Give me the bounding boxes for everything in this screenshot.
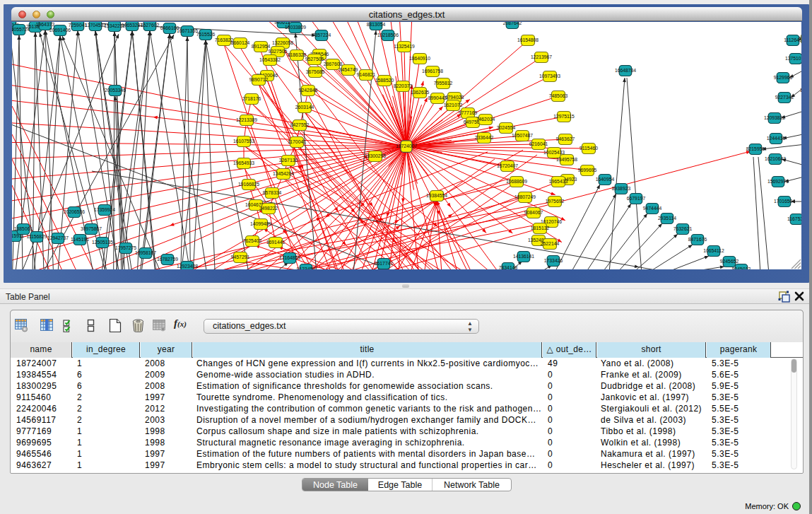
svg-text:1362635: 1362635 <box>411 90 430 95</box>
svg-text:7834148: 7834148 <box>499 265 518 269</box>
svg-text:9617741: 9617741 <box>375 261 394 266</box>
svg-text:10653287: 10653287 <box>122 23 143 28</box>
svg-text:13226058: 13226058 <box>272 40 293 45</box>
svg-text:16033809: 16033809 <box>285 25 306 30</box>
svg-text:8813054: 8813054 <box>367 22 386 27</box>
svg-text:8186328: 8186328 <box>288 52 307 57</box>
svg-text:9123450: 9123450 <box>297 267 316 269</box>
svg-text:12942737: 12942737 <box>47 235 69 240</box>
svg-text:9129966: 9129966 <box>774 75 793 80</box>
svg-text:2522144: 2522144 <box>541 241 560 246</box>
svg-text:9242848: 9242848 <box>299 88 318 93</box>
svg-text:12213389: 12213389 <box>236 117 257 122</box>
svg-text:16107553: 16107553 <box>233 139 254 144</box>
svg-text:1975692: 1975692 <box>546 199 565 204</box>
svg-text:1621072: 1621072 <box>444 103 463 107</box>
svg-text:10654112: 10654112 <box>703 248 724 253</box>
svg-text:11325419: 11325419 <box>394 44 415 49</box>
svg-text:9146821: 9146821 <box>357 72 376 77</box>
svg-text:13751074: 13751074 <box>785 56 801 61</box>
svg-text:6679197: 6679197 <box>627 196 646 201</box>
svg-text:19384554: 19384554 <box>426 193 447 198</box>
svg-text:1691441: 1691441 <box>266 240 286 245</box>
svg-text:9245652: 9245652 <box>720 259 739 264</box>
svg-text:1640954: 1640954 <box>596 177 615 182</box>
svg-text:1912506: 1912506 <box>799 36 801 41</box>
svg-text:16961758: 16961758 <box>422 69 443 74</box>
svg-text:8660124: 8660124 <box>231 40 250 45</box>
svg-text:8215955: 8215955 <box>746 146 765 151</box>
svg-text:1588520: 1588520 <box>375 78 394 83</box>
svg-text:12923488: 12923488 <box>177 264 198 269</box>
svg-text:16648784: 16648784 <box>615 68 636 73</box>
svg-text:3498222: 3498222 <box>259 206 278 211</box>
svg-text:6216041: 6216041 <box>529 141 548 146</box>
svg-text:15692971: 15692971 <box>767 179 789 184</box>
svg-text:18724007: 18724007 <box>396 144 417 148</box>
svg-text:9890712: 9890712 <box>249 77 269 82</box>
svg-text:13454204: 13454204 <box>273 171 294 176</box>
svg-text:14136141: 14136141 <box>513 254 534 259</box>
svg-text:17957275: 17957275 <box>115 245 136 250</box>
svg-text:10958107: 10958107 <box>135 250 156 255</box>
svg-text:2867608: 2867608 <box>324 62 343 66</box>
svg-text:1170041: 1170041 <box>288 139 306 144</box>
svg-text:8938923: 8938923 <box>612 186 631 191</box>
svg-text:1332544: 1332544 <box>800 88 801 93</box>
svg-text:9527505: 9527505 <box>305 57 324 62</box>
svg-text:12213967: 12213967 <box>531 54 552 59</box>
svg-text:7625402: 7625402 <box>243 238 262 243</box>
svg-text:9227342: 9227342 <box>775 95 794 100</box>
svg-text:19654933: 19654933 <box>233 160 254 165</box>
svg-text:10973493: 10973493 <box>539 74 560 78</box>
svg-text:20691406: 20691406 <box>49 28 71 33</box>
svg-text:8912954: 8912954 <box>252 44 271 49</box>
svg-text:14099489: 14099489 <box>250 221 271 226</box>
svg-text:2087642: 2087642 <box>503 22 522 25</box>
svg-text:2718176: 2718176 <box>242 96 261 101</box>
svg-text:12975115: 12975115 <box>553 114 575 119</box>
svg-text:30975867: 30975867 <box>81 226 102 231</box>
svg-text:9777169: 9777169 <box>459 110 478 115</box>
svg-text:9699695: 9699695 <box>578 168 597 173</box>
svg-text:7515526: 7515526 <box>196 32 216 37</box>
svg-text:10543382: 10543382 <box>259 57 281 62</box>
svg-text:8990443: 8990443 <box>428 95 447 100</box>
svg-text:7462034: 7462034 <box>476 117 495 122</box>
svg-text:13704532: 13704532 <box>85 23 106 28</box>
svg-text:17164855: 17164855 <box>279 255 300 260</box>
svg-text:3267130: 3267130 <box>279 158 298 163</box>
svg-text:11156829: 11156829 <box>26 234 47 239</box>
svg-text:3024554: 3024554 <box>497 125 516 130</box>
svg-text:16671355: 16671355 <box>177 28 198 33</box>
svg-text:9115460: 9115460 <box>579 146 598 151</box>
svg-text:1244415: 1244415 <box>767 136 786 141</box>
svg-text:1527602: 1527602 <box>141 23 160 28</box>
svg-text:10025433: 10025433 <box>543 150 565 155</box>
svg-text:18300295: 18300295 <box>365 153 386 158</box>
svg-text:1385061: 1385061 <box>14 226 33 231</box>
svg-text:9084067: 9084067 <box>524 210 543 215</box>
svg-text:10688609: 10688609 <box>506 179 527 184</box>
svg-text:2336442: 2336442 <box>475 135 494 140</box>
svg-text:8427552: 8427552 <box>290 122 310 127</box>
svg-text:18640910: 18640910 <box>409 56 430 61</box>
svg-text:7632621: 7632621 <box>673 226 693 231</box>
svg-text:16210643: 16210643 <box>765 156 786 161</box>
svg-text:9474444: 9474444 <box>643 206 662 211</box>
svg-text:1145191: 1145191 <box>71 237 89 242</box>
svg-text:6794028: 6794028 <box>445 95 464 100</box>
svg-text:19218506: 19218506 <box>377 33 399 37</box>
svg-text:17359924: 17359924 <box>94 207 115 212</box>
svg-text:8220373: 8220373 <box>394 83 413 88</box>
svg-text:9457291: 9457291 <box>231 255 250 259</box>
svg-text:18807249: 18807249 <box>514 194 536 199</box>
svg-text:12093822: 12093822 <box>764 115 785 120</box>
svg-text:9327505: 9327505 <box>269 49 288 54</box>
svg-text:16782759: 16782759 <box>157 257 178 262</box>
svg-text:7485063: 7485063 <box>549 93 568 98</box>
svg-text:9245012: 9245012 <box>732 267 751 269</box>
svg-text:20206536: 20206536 <box>64 209 85 214</box>
svg-text:8454749: 8454749 <box>339 67 358 72</box>
svg-text:9463627: 9463627 <box>556 136 575 141</box>
